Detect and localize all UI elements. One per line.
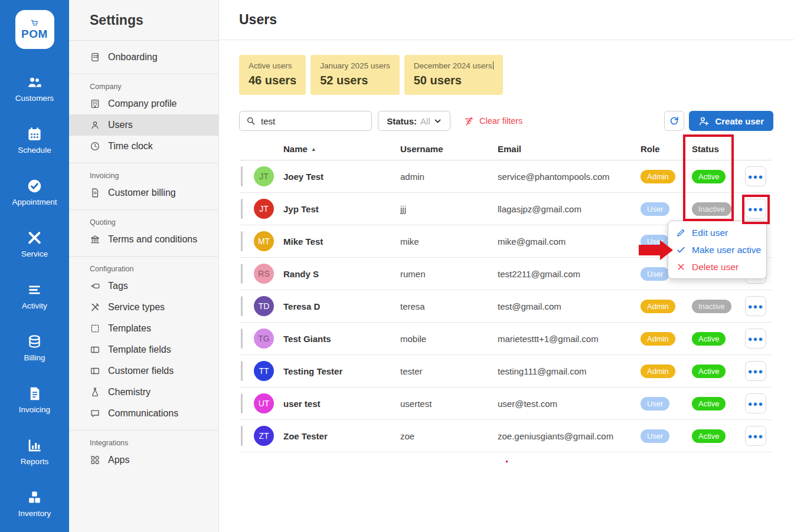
settings-item-company-profile[interactable]: Company profile: [69, 93, 218, 114]
table-row-zoe-tester: ZT Zoe Tester zoe zoe.geniusgiants@gmail…: [239, 420, 772, 452]
menu-item-label: Delete user: [692, 262, 739, 272]
row-drag-handle[interactable]: [241, 231, 243, 251]
app-nav-label: Service: [21, 249, 48, 258]
menu-item-make-user-active[interactable]: Make user active: [668, 241, 766, 258]
row-drag-handle[interactable]: [241, 199, 243, 219]
settings-section: Configuration Tags Service types Templat…: [69, 257, 218, 431]
settings-title: Settings: [69, 0, 218, 41]
app-nav-label: Customers: [15, 94, 54, 103]
column-header-role[interactable]: Role: [641, 144, 692, 154]
row-context-menu: Edit user Make user active Delete user: [668, 221, 767, 279]
settings-item-label: Customer billing: [108, 188, 176, 198]
app-nav-billing[interactable]: Billing: [0, 329, 69, 366]
app-nav-customers[interactable]: Customers: [0, 70, 69, 107]
app-nav-reports[interactable]: Reports: [0, 433, 69, 470]
avatar: JT: [254, 166, 274, 186]
cell-name: Mike Test: [283, 237, 400, 247]
stat-card-value: 52 users: [320, 73, 390, 88]
app-nav-service[interactable]: Service: [0, 225, 69, 262]
settings-item-tags[interactable]: Tags: [69, 275, 218, 297]
settings-item-label: Tags: [108, 281, 128, 291]
refresh-icon: [669, 116, 679, 126]
settings-item-chemistry[interactable]: Chemistry: [69, 382, 218, 403]
apps-icon: [90, 455, 100, 465]
app-nav-activity[interactable]: Activity: [0, 277, 69, 314]
search-input[interactable]: [261, 116, 361, 126]
row-drag-handle[interactable]: [241, 426, 243, 446]
column-header-username[interactable]: Username: [400, 144, 498, 154]
settings-item-time-clock[interactable]: Time clock: [69, 136, 218, 157]
settings-item-templates[interactable]: Templates: [69, 318, 218, 339]
row-drag-handle[interactable]: [241, 264, 243, 284]
menu-item-delete-user[interactable]: Delete user: [668, 258, 766, 275]
table-header-row: Name▲UsernameEmailRoleStatus: [239, 138, 772, 160]
column-header-status[interactable]: Status: [692, 144, 745, 154]
users-table: Name▲UsernameEmailRoleStatus JT Joey Tes…: [239, 138, 772, 452]
column-header-email[interactable]: Email: [498, 144, 641, 154]
clear-filters-button[interactable]: Clear filters: [463, 116, 522, 127]
search-box[interactable]: [239, 111, 372, 131]
settings-item-users[interactable]: Users: [69, 114, 218, 136]
settings-item-label: Apps: [108, 455, 129, 465]
cell-name: Joey Test: [283, 172, 400, 182]
settings-item-template-fields[interactable]: Template fields: [69, 339, 218, 360]
menu-item-edit-user[interactable]: Edit user: [668, 224, 766, 241]
row-actions-button[interactable]: ●●●: [745, 329, 766, 349]
app-nav-appointment[interactable]: Appointment: [0, 173, 69, 211]
cell-name: Testing Tester: [283, 366, 400, 376]
status-badge: Active: [692, 364, 726, 378]
column-header-name[interactable]: Name▲: [283, 144, 400, 154]
row-actions-button[interactable]: ●●●: [745, 361, 766, 381]
row-actions-button[interactable]: ●●●: [745, 393, 766, 413]
filter-off-icon: [463, 116, 475, 127]
template-fields-icon: [90, 344, 100, 355]
settings-item-label: Terms and conditions: [108, 234, 197, 245]
avatar: TT: [254, 361, 274, 381]
settings-item-onboarding[interactable]: Onboarding: [69, 47, 218, 68]
row-drag-handle[interactable]: [241, 393, 243, 413]
billing-icon: [27, 334, 43, 350]
app-nav-inventory[interactable]: Inventory: [0, 485, 69, 522]
app-nav-label: Activity: [22, 301, 47, 310]
cell-username: admin: [400, 172, 498, 182]
settings-item-customer-billing[interactable]: Customer billing: [69, 182, 218, 203]
app-nav-schedule[interactable]: Schedule: [0, 121, 69, 159]
row-actions-button[interactable]: ●●●: [745, 296, 766, 316]
cell-email: service@phantompools.com: [498, 172, 641, 182]
settings-item-communications[interactable]: Communications: [69, 403, 218, 424]
row-actions-button[interactable]: ●●●: [745, 426, 766, 446]
section-label: Integrations: [69, 436, 218, 449]
settings-item-service-types[interactable]: Service types: [69, 297, 218, 318]
row-drag-handle[interactable]: [241, 296, 243, 316]
company-profile-icon: [90, 98, 100, 109]
settings-item-label: Communications: [108, 408, 178, 419]
cell-name: Zoe Tester: [283, 431, 400, 441]
row-drag-handle[interactable]: [241, 329, 243, 349]
app-logo-text: POM: [21, 28, 48, 41]
row-actions-button[interactable]: ●●●: [745, 166, 766, 186]
stat-card-active-users: Active users 46 users: [239, 55, 306, 95]
settings-item-terms-and-conditions[interactable]: Terms and conditions: [69, 229, 218, 250]
customer-billing-icon: [90, 188, 100, 198]
app-logo[interactable]: POM: [15, 10, 54, 49]
row-drag-handle[interactable]: [241, 361, 243, 381]
row-drag-handle[interactable]: [241, 166, 243, 186]
chevron-down-icon: [434, 117, 442, 125]
app-nav-invoicing[interactable]: Invoicing: [0, 381, 69, 418]
settings-item-label: Chemistry: [108, 387, 151, 398]
cell-username: rumen: [400, 269, 498, 279]
status-filter-dropdown[interactable]: Status: All: [378, 111, 450, 131]
inventory-icon: [27, 490, 43, 505]
settings-item-customer-fields[interactable]: Customer fields: [69, 360, 218, 382]
stat-card-value: 46 users: [249, 73, 296, 88]
settings-item-apps[interactable]: Apps: [69, 449, 218, 471]
app-nav-label: Billing: [24, 353, 45, 362]
refresh-button[interactable]: [664, 111, 684, 131]
status-filter-value: All: [420, 116, 430, 126]
row-actions-button[interactable]: ●●●: [745, 199, 766, 219]
service-icon: [27, 230, 43, 246]
status-badge: Active: [692, 429, 726, 443]
stat-card-december-2024-users: December 2024 users 50 users: [404, 55, 503, 95]
cell-username: mobile: [400, 334, 498, 344]
create-user-button[interactable]: Create user: [689, 111, 773, 131]
